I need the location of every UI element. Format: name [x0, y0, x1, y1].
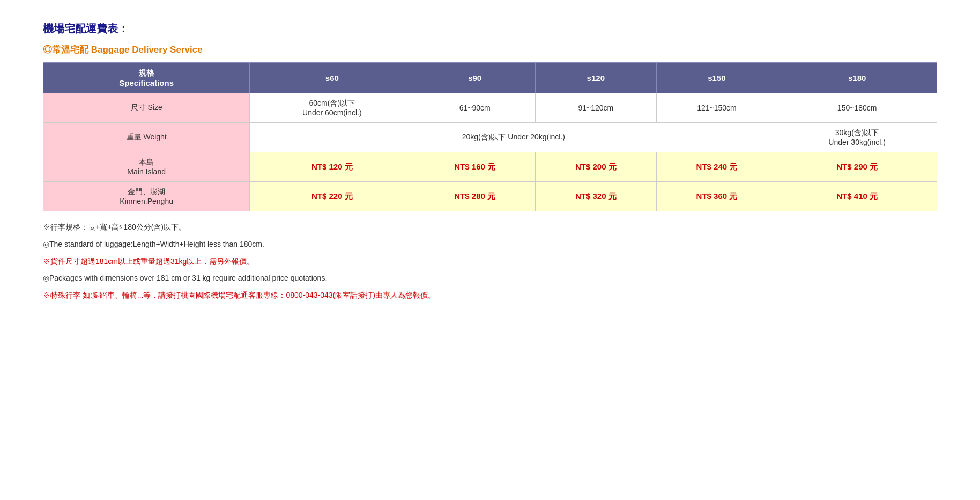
weight-label: 重量 Weight [43, 123, 250, 152]
main-island-label: 本島Main Island [43, 152, 250, 182]
header-s90: s90 [414, 63, 536, 93]
header-s150: s150 [656, 63, 777, 93]
kinmen-penghu-s120: NT$ 320 元 [535, 182, 656, 211]
header-s180: s180 [777, 63, 937, 93]
notes-section: ※行李規格：長+寬+高≦180公分(含)以下。 ◎The standard of… [43, 221, 937, 302]
note-5: ※特殊行李 如:腳踏車、輪椅...等，請撥打桃園國際機場宅配通客服專線：0800… [43, 289, 937, 302]
kinmen-penghu-row: 金門、澎湖Kinmen.Penghu NT$ 220 元 NT$ 280 元 N… [43, 182, 937, 211]
size-label: 尺寸 Size [43, 93, 250, 123]
size-s60: 60cm(含)以下Under 60cm(incl.) [250, 93, 414, 123]
main-island-s120: NT$ 200 元 [535, 152, 656, 182]
page-title: 機場宅配運費表： [43, 21, 937, 36]
header-spec: 規格 Specifications [43, 63, 250, 93]
size-s150: 121~150cm [656, 93, 777, 123]
kinmen-penghu-s90: NT$ 280 元 [414, 182, 536, 211]
main-island-s150: NT$ 240 元 [656, 152, 777, 182]
pricing-table: 規格 Specifications s60 s90 s120 s150 s180… [43, 62, 937, 211]
service-subtitle: ◎常溫宅配 Baggage Delivery Service [43, 43, 937, 56]
main-island-s180: NT$ 290 元 [777, 152, 937, 182]
size-s120: 91~120cm [535, 93, 656, 123]
note-4: ◎Packages with dimensions over 181 cm or… [43, 272, 937, 285]
main-island-row: 本島Main Island NT$ 120 元 NT$ 160 元 NT$ 20… [43, 152, 937, 182]
size-s90: 61~90cm [414, 93, 536, 123]
header-s60: s60 [250, 63, 414, 93]
kinmen-penghu-s60: NT$ 220 元 [250, 182, 414, 211]
kinmen-penghu-label: 金門、澎湖Kinmen.Penghu [43, 182, 250, 211]
kinmen-penghu-s180: NT$ 410 元 [777, 182, 937, 211]
main-island-s60: NT$ 120 元 [250, 152, 414, 182]
weight-s180: 30kg(含)以下Under 30kg(incl.) [777, 123, 937, 152]
note-2: ◎The standard of luggage:Length+Width+He… [43, 238, 937, 251]
size-s180: 150~180cm [777, 93, 937, 123]
note-3: ※貨件尺寸超過181cm以上或重量超過31kg以上，需另外報價。 [43, 255, 937, 268]
header-s120: s120 [535, 63, 656, 93]
note-1: ※行李規格：長+寬+高≦180公分(含)以下。 [43, 221, 937, 234]
kinmen-penghu-s150: NT$ 360 元 [656, 182, 777, 211]
weight-s60-s150: 20kg(含)以下 Under 20kg(incl.) [250, 123, 777, 152]
main-island-s90: NT$ 160 元 [414, 152, 536, 182]
size-row: 尺寸 Size 60cm(含)以下Under 60cm(incl.) 61~90… [43, 93, 937, 123]
weight-row: 重量 Weight 20kg(含)以下 Under 20kg(incl.) 30… [43, 123, 937, 152]
